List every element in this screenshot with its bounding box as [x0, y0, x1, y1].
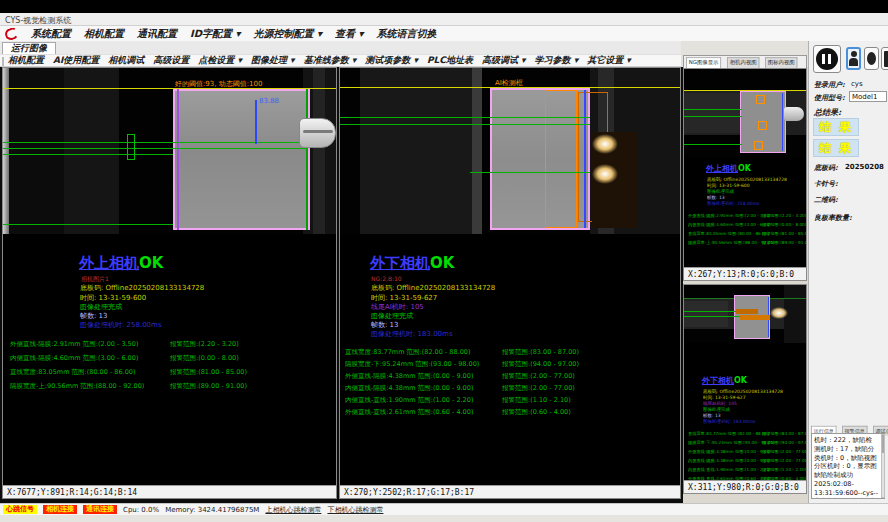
measure-value: 外侧直线-隔膜:2.91mm 范围:(2.00 - 3.50) — [10, 340, 138, 349]
menu-id-config[interactable]: ID字配置 ▾ — [190, 27, 241, 41]
alarm-range: 报警范围:(89.00 - 91.00) — [762, 240, 806, 246]
control-panel: 登录用户: cys 使用型号: Model1 总结果: 结 果 结 果 底板码:… — [808, 41, 888, 503]
small-view-top: 外上相机OK 底板码: Offline20250208133134728 时间:… — [683, 68, 807, 281]
tab-camera-inner-view[interactable]: 相机内视图 — [727, 57, 759, 68]
pixel-status-bar-upper: X:7677;Y:891;R:14;G:14;B:14 — [3, 485, 336, 498]
blue-measure-line — [255, 100, 257, 144]
alarm-range: 报警范围:(89.00 - 91.00) — [170, 382, 247, 391]
settings-button[interactable] — [864, 47, 879, 70]
machine-band-bright — [684, 93, 740, 133]
tool-advanced-debug[interactable]: 高级调试 ▾ — [482, 54, 526, 67]
green-edge-line — [306, 89, 308, 230]
alarm-range: 报警范围:(83.00 - 87.00) — [502, 348, 579, 357]
pause-button[interactable] — [813, 45, 841, 73]
tab-ng-image[interactable]: NG图像显示 — [686, 57, 721, 68]
menu-view[interactable]: 查看 ▾ — [335, 27, 364, 41]
result-panel-upper: 外上相机OK 相机图片1 底板码: Offline202502081331347… — [3, 234, 336, 486]
menu-bar: 系统配置 相机配置 通讯配置 ID字配置 ▾ 光源控制配置 ▾ 查看 ▾ 系统语… — [0, 26, 888, 41]
camera-title-small: 外上相机OK — [706, 165, 751, 173]
qr-code-label: 二维码: — [814, 195, 838, 205]
process-done-line: 图像处理完成 — [80, 304, 122, 311]
green-measure-line — [684, 144, 742, 145]
camera-image-lower[interactable]: AI检测框 — [340, 68, 680, 234]
camera-view-lower: AI检测框 外下相机OK NG:2,B:10 底板码: Offline20250… — [339, 67, 681, 499]
time-line: 时间: 13-31-59-627 — [703, 395, 746, 400]
exit-button[interactable] — [881, 47, 888, 70]
alarm-range: 报警范围:(1.10 - 2.10) — [762, 467, 806, 473]
measure-value: 隔膜宽度-下:95.24mm 范围:(93.00 - 98.00) — [345, 360, 479, 369]
tool-camera-debug[interactable]: 相机调试 — [108, 54, 144, 67]
camera-title-text: 外上相机 — [79, 254, 139, 272]
menu-light-config[interactable]: 光源控制配置 ▾ — [254, 27, 323, 41]
log-scrollbar-thumb[interactable] — [882, 435, 884, 453]
lower-camera-heartbeat: 下相机心跳检测常 — [327, 505, 383, 515]
process-done-line: 图像处理完成 — [371, 313, 413, 320]
green-measure-line — [684, 116, 742, 117]
measure-value: 直线宽度:83.77mm 范围:(82.00 - 88.00) — [688, 431, 769, 437]
menu-system-config[interactable]: 系统配置 — [31, 27, 71, 41]
tool-learning-params[interactable]: 学习参数 ▾ — [535, 54, 579, 67]
small-image-top[interactable] — [684, 69, 806, 157]
tool-plc-address[interactable]: PLC地址表 — [427, 54, 473, 67]
alarm-range: 报警范围:(0.00 - 8.00) — [762, 222, 806, 228]
frame-count-line: 帧数: 13 — [371, 322, 399, 329]
window-title: CYS-视觉检测系统 — [0, 13, 888, 26]
camera-title-lower: 外下相机OK — [370, 256, 454, 271]
measure-value: 内侧直线-隔膜:4.60mm 范围:(3.00 - 6.00) — [688, 222, 771, 228]
tool-camera-config[interactable]: 相机配置 — [8, 54, 44, 67]
app-status-bar: 心跳信号 相机连接 通讯连接 Cpu: 0.0% Memory: 3424.41… — [0, 503, 888, 515]
app-logo-icon — [5, 28, 18, 40]
camera-link-badge: 相机连接 — [43, 505, 77, 514]
total-result-label: 总结果: — [814, 107, 841, 118]
alarm-range: 报警范围:(81.00 - 85.00) — [170, 368, 247, 377]
camera-image-upper[interactable]: 83.88 好的阈值:93, 动态阈值:100 — [3, 68, 336, 234]
tool-advanced-settings[interactable]: 高级设置 — [153, 54, 189, 67]
tab-run-image[interactable]: 运行图像 — [2, 42, 56, 54]
measure-value: 直线宽度:83.05mm 范围:(80.00 - 86.00) — [10, 368, 135, 377]
connector-tab — [784, 107, 804, 121]
pixel-status-bar-small-top: X:267;Y:13;R:0;G:0;B:0 — [684, 267, 806, 280]
machine-right-inner-column — [313, 68, 325, 234]
menu-camera-config[interactable]: 相机配置 — [84, 27, 124, 41]
model-label: 使用型号: — [814, 93, 845, 103]
small-result-panel-top: 外上相机OK 底板码: Offline20250208133134728 时间:… — [684, 157, 806, 268]
toolbar-grip — [2, 57, 4, 66]
process-time-line: 图像处理机时: 183.00ms — [371, 331, 453, 338]
camera-title-text: 外下相机 — [702, 376, 734, 385]
run-log-box[interactable]: 机时：222，缺陷检测机时：17，缺陷分类机时：0，缺陷视图分区机时：0，显示图… — [811, 433, 885, 499]
tab-icon-inner-view[interactable]: 图标内视图 — [765, 57, 797, 68]
board-code-line: 底板码: Offline20250208133134728 — [707, 177, 787, 182]
user-mode-button[interactable] — [846, 47, 861, 70]
tool-image-processing[interactable]: 图像处理 ▾ — [251, 54, 295, 67]
purple-edge-line — [177, 89, 179, 230]
pin-number-label: 卡针号: — [814, 179, 838, 189]
alarm-range: 报警范围:(2.00 - 77.00) — [762, 449, 806, 455]
app-window: CYS-视觉检测系统 系统配置 相机配置 通讯配置 ID字配置 ▾ 光源控制配置… — [0, 0, 888, 522]
board-code-line: 底板码: Offline20250208133134728 — [80, 285, 204, 292]
tool-other-settings[interactable]: 其它设置 ▾ — [587, 54, 631, 67]
green-measure-line — [340, 124, 590, 125]
board-code-label: 底板码: — [814, 163, 838, 173]
exit-door-icon — [884, 51, 888, 67]
tool-test-params[interactable]: 测试项参数 ▾ — [365, 54, 418, 67]
result-ok-badge: OK — [430, 256, 454, 271]
alarm-range: 报警范围:(1.10 - 2.10) — [502, 396, 571, 405]
green-measure-line — [3, 142, 308, 143]
alarm-range: 报警范围:(2.20 - 3.20) — [170, 340, 239, 349]
process-time-line: 图像处理机时: 183.00ms — [703, 419, 755, 424]
alarm-range: 报警范围:(94.00 - 97.00) — [502, 360, 579, 369]
tool-ai-config[interactable]: AI使用配置 — [53, 54, 99, 67]
result-ok-badge: OK — [139, 256, 163, 271]
gear-icon — [867, 52, 876, 65]
model-select[interactable]: Model1 — [849, 91, 887, 102]
menu-language-switch[interactable]: 系统语言切换 — [377, 27, 437, 41]
board-code-line: 底板码: Offline20250208133134728 — [371, 285, 495, 292]
connector-glow — [592, 164, 618, 184]
tool-baseline-params[interactable]: 基准线参数 ▾ — [304, 54, 357, 67]
measure-value: 内侧直线-隔膜:4.60mm 范围:(3.00 - 6.00) — [10, 354, 138, 363]
tool-spot-check[interactable]: 点检设置 ▾ — [198, 54, 242, 67]
alarm-range: 报警范围:(0.00 - 8.00) — [170, 354, 239, 363]
small-image-bottom[interactable] — [684, 285, 806, 343]
menu-comm-config[interactable]: 通讯配置 — [137, 27, 177, 41]
count-label: 良板率数量: — [814, 213, 852, 223]
